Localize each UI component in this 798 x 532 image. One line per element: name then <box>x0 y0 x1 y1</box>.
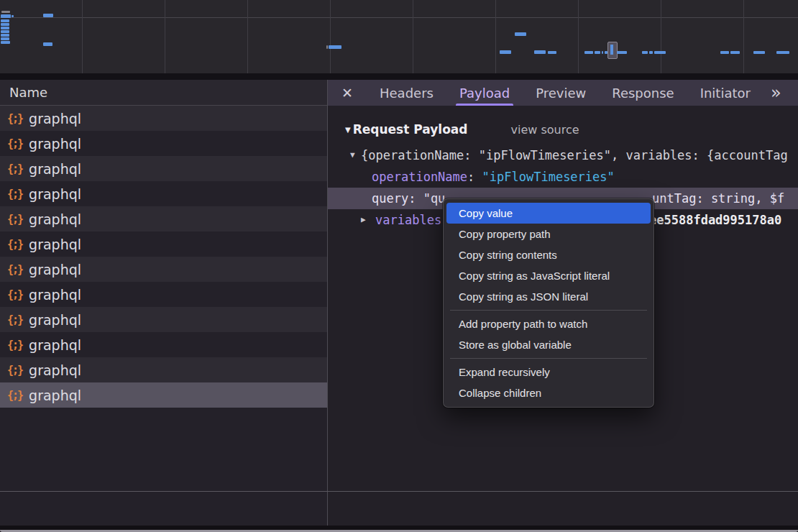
request-name: graphql <box>29 211 81 227</box>
json-braces-icon: {;} <box>7 137 22 150</box>
timeline-bar <box>12 15 14 17</box>
tree-text-segment: {operationName: "ipFlowTimeseries", vari… <box>361 148 788 162</box>
timeline-bar <box>605 51 607 54</box>
json-braces-icon: {;} <box>7 112 22 125</box>
request-name: graphql <box>29 161 81 177</box>
request-row[interactable]: {;}graphql <box>0 257 327 282</box>
view-source-link[interactable]: view source <box>510 123 579 137</box>
menu-item-copy-string-as-json-literal[interactable]: Copy string as JSON literal <box>446 286 651 307</box>
section-title: Request Payload <box>353 122 468 137</box>
overview-gridline <box>413 0 413 73</box>
menu-item-copy-value[interactable]: Copy value <box>446 203 651 224</box>
network-overview-timeline[interactable] <box>0 0 798 73</box>
request-row[interactable]: {;}graphql <box>0 131 327 156</box>
overview-gridline <box>743 0 744 73</box>
tab-payload[interactable]: Payload <box>446 80 523 106</box>
request-row[interactable]: {;}graphql <box>0 231 327 257</box>
request-row[interactable]: {;}graphql <box>0 156 327 181</box>
json-braces-icon: {;} <box>7 288 22 301</box>
request-row[interactable]: {;}graphql <box>0 106 327 131</box>
timeline-bar <box>649 51 653 54</box>
json-braces-icon: {;} <box>7 389 22 402</box>
request-row[interactable]: {;}graphql <box>0 206 327 231</box>
overview-gridline <box>165 0 165 73</box>
collapse-arrow-icon[interactable]: ▼ <box>350 145 355 166</box>
more-tabs-icon[interactable]: » <box>771 80 781 106</box>
summary-separator <box>0 491 798 492</box>
tab-headers[interactable]: Headers <box>367 80 446 106</box>
timeline-bar <box>43 42 52 46</box>
expand-arrow-icon[interactable]: ▶ <box>361 209 366 231</box>
timeline-bar <box>500 50 511 54</box>
request-name: graphql <box>29 136 81 152</box>
json-braces-icon: {;} <box>7 339 22 352</box>
request-row[interactable]: {;}graphql <box>0 282 327 307</box>
request-name: graphql <box>29 312 81 328</box>
timeline-bar <box>753 51 765 54</box>
overview-gridline <box>578 0 579 73</box>
request-name: graphql <box>29 262 81 278</box>
close-icon[interactable]: ✕ <box>338 85 357 101</box>
menu-separator <box>450 310 647 311</box>
timeline-bar <box>534 50 546 54</box>
overview-gridline <box>247 0 248 73</box>
tree-text-segment: query: "qu <box>372 191 445 206</box>
timeline-bar <box>1 34 9 37</box>
tab-preview[interactable]: Preview <box>523 80 599 106</box>
tree-row-text: {operationName: "ipFlowTimeseries", vari… <box>361 145 788 166</box>
menu-item-copy-string-contents[interactable]: Copy string contents <box>446 244 651 265</box>
request-name: graphql <box>29 237 81 252</box>
timeline-bar <box>1 11 10 13</box>
tree-row-text-right: untTag: string, $f <box>652 188 784 209</box>
timeline-bar <box>1 30 9 33</box>
name-column-label: Name <box>9 85 47 100</box>
request-row[interactable]: {;}graphql <box>0 357 327 382</box>
menu-item-copy-property-path[interactable]: Copy property path <box>446 224 651 244</box>
tab-initiator[interactable]: Initiator <box>687 80 763 106</box>
details-tabbar: ✕ HeadersPayloadPreviewResponseInitiator… <box>328 80 798 106</box>
timeline-bar <box>595 51 600 54</box>
tree-row-text: operationName: "ipFlowTimeseries" <box>372 166 615 188</box>
timeline-bar <box>1 41 10 44</box>
timeline-bar <box>548 51 556 54</box>
tab-response[interactable]: Response <box>599 80 687 106</box>
context-menu: Copy valueCopy property pathCopy string … <box>443 198 654 408</box>
tree-text-segment: operationName <box>372 170 467 184</box>
payload-tree-row[interactable]: operationName: "ipFlowTimeseries" <box>328 166 798 188</box>
timeline-bar <box>1 19 9 22</box>
request-row[interactable]: {;}graphql <box>0 181 327 206</box>
request-payload-section-header: ▼ Request Payload view source <box>328 119 798 140</box>
overview-gridline <box>661 0 661 73</box>
json-braces-icon: {;} <box>7 238 22 251</box>
tree-row-text-right: ee5588fdad995178a0 <box>649 209 781 231</box>
tree-text-segment: "ipFlowTimeseries" <box>482 170 615 184</box>
menu-item-store-as-global-variable[interactable]: Store as global variable <box>446 334 651 355</box>
overview-gridline <box>82 0 83 73</box>
timeline-bar <box>602 51 603 54</box>
overview-selection-box <box>607 42 618 59</box>
overview-separator <box>0 73 798 80</box>
request-row[interactable]: {;}graphql <box>0 382 327 408</box>
name-column-header[interactable]: Name <box>0 80 327 106</box>
json-braces-icon: {;} <box>7 263 22 276</box>
json-braces-icon: {;} <box>7 313 22 326</box>
menu-item-expand-recursively[interactable]: Expand recursively <box>446 362 651 382</box>
timeline-bar <box>515 32 526 36</box>
payload-tree-row[interactable]: ▼{operationName: "ipFlowTimeseries", var… <box>328 145 798 166</box>
timeline-bar <box>617 51 627 54</box>
timeline-bar <box>1 27 9 29</box>
timeline-bar <box>329 45 341 49</box>
menu-item-collapse-children[interactable]: Collapse children <box>446 382 651 403</box>
request-name: graphql <box>29 387 81 403</box>
json-braces-icon: {;} <box>7 364 22 377</box>
timeline-bar <box>43 14 53 17</box>
section-collapse-icon[interactable]: ▼ <box>345 126 351 134</box>
request-row[interactable]: {;}graphql <box>0 307 327 332</box>
request-row[interactable]: {;}graphql <box>0 332 327 357</box>
timeline-bar <box>654 51 666 54</box>
timeline-bar <box>720 51 729 54</box>
request-name: graphql <box>29 337 81 353</box>
menu-item-add-property-path-to-watch[interactable]: Add property path to watch <box>446 313 651 334</box>
menu-item-copy-string-as-javascript-literal[interactable]: Copy string as JavaScript literal <box>446 265 651 286</box>
overview-gridline <box>330 0 331 73</box>
